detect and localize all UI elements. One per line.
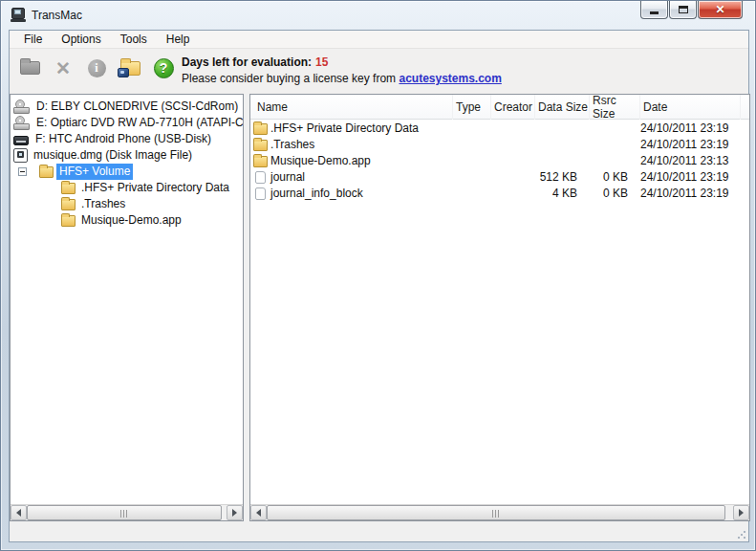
tree-item-drive-e[interactable]: E: Optiarc DVD RW AD-7710H (ATAPI-CdRom — [11, 115, 243, 131]
minimize-icon — [650, 11, 659, 14]
tree-item-trashes[interactable]: .Trashes — [11, 196, 243, 212]
collapse-icon[interactable] — [18, 167, 27, 176]
delete-icon: ✕ — [55, 59, 71, 77]
table-row[interactable]: .Trashes 24/10/2011 23:19 — [250, 137, 749, 153]
menu-tools[interactable]: Tools — [111, 31, 157, 48]
resize-grip[interactable] — [737, 530, 746, 540]
maximize-button[interactable] — [669, 1, 697, 19]
info-icon: i — [88, 59, 106, 77]
transmac-window: TransMac ✕ File Options Tools Help ✕ i ? — [0, 0, 756, 551]
help-icon: ? — [154, 58, 174, 78]
tree-item-hfs-volume[interactable]: HFS+ Volume — [11, 164, 243, 180]
folder-icon — [253, 156, 268, 167]
scroll-left-arrow-icon[interactable] — [250, 505, 267, 520]
file-icon — [255, 187, 266, 200]
tree-horizontal-scrollbar[interactable] — [11, 504, 243, 520]
toolbar: ✕ i ? Days left for evaluation:15 Please… — [10, 50, 748, 94]
disk-image-icon — [13, 148, 28, 163]
folder-icon — [61, 183, 76, 194]
minimize-button[interactable] — [640, 1, 668, 19]
scrollbar-thumb[interactable] — [27, 505, 222, 520]
file-list-panel: Name Type Creator Data Size Rsrc Size Da… — [249, 94, 750, 521]
statusbar — [10, 521, 748, 541]
folder-icon — [253, 140, 268, 151]
scroll-left-arrow-icon[interactable] — [11, 505, 27, 520]
file-icon — [255, 171, 266, 184]
folder-icon — [253, 123, 268, 135]
tree-item-disk-image[interactable]: musique.dmg (Disk Image File) — [11, 147, 243, 164]
eval-days-remaining: 15 — [315, 55, 328, 69]
evaluation-notice: Days left for evaluation:15 Please consi… — [182, 55, 502, 87]
eval-label: Days left for evaluation: — [182, 55, 312, 69]
drive-tree-panel: D: ELBY CLONEDRIVE (SCSI-CdRom) E: Optia… — [10, 94, 244, 521]
column-header-creator[interactable]: Creator — [491, 95, 535, 120]
table-row[interactable]: .HFS+ Private Directory Data 24/10/2011 … — [250, 121, 749, 137]
cdrom-drive-icon — [13, 99, 31, 114]
column-header-data-size[interactable]: Data Size — [535, 95, 590, 120]
table-row[interactable]: journal 512 KB 0 KB 24/10/2011 23:19 — [250, 169, 749, 186]
app-icon — [11, 8, 27, 23]
drive-tree: D: ELBY CLONEDRIVE (SCSI-CdRom) E: Optia… — [11, 95, 243, 504]
tree-item-musique-demo-app[interactable]: Musique-Demo.app — [11, 212, 243, 229]
titlebar[interactable]: TransMac ✕ — [1, 1, 755, 30]
menu-file[interactable]: File — [14, 31, 52, 48]
scrollbar-thumb[interactable] — [267, 505, 725, 520]
scroll-right-arrow-icon[interactable] — [227, 505, 243, 520]
column-header-date[interactable]: Date — [640, 95, 741, 120]
table-row[interactable]: Musique-Demo.app 24/10/2011 23:13 — [250, 153, 749, 169]
scroll-right-arrow-icon[interactable] — [733, 505, 749, 520]
file-list: .HFS+ Private Directory Data 24/10/2011 … — [250, 121, 749, 504]
help-button[interactable]: ? — [151, 56, 176, 79]
eval-message: Please consider buying a license key fro… — [182, 72, 399, 85]
menubar: File Options Tools Help — [10, 31, 748, 49]
open-folder-button[interactable] — [17, 56, 42, 79]
table-row[interactable]: journal_info_block 4 KB 0 KB 24/10/2011 … — [250, 186, 749, 202]
acutesystems-link[interactable]: acutesystems.com — [399, 72, 501, 85]
close-icon: ✕ — [699, 3, 742, 16]
maximize-icon — [679, 6, 688, 13]
column-header-rsrc-size[interactable]: Rsrc Size — [590, 95, 640, 120]
client-area: File Options Tools Help ✕ i ? Days left … — [9, 30, 749, 542]
file-list-horizontal-scrollbar[interactable] — [250, 504, 749, 520]
cdrom-drive-icon — [13, 116, 31, 130]
close-button[interactable]: ✕ — [698, 1, 743, 19]
column-header-type[interactable]: Type — [453, 95, 491, 120]
usb-disk-icon — [13, 133, 30, 146]
file-list-header: Name Type Creator Data Size Rsrc Size Da… — [250, 95, 749, 120]
column-header-name[interactable]: Name — [250, 95, 453, 120]
tree-item-drive-d[interactable]: D: ELBY CLONEDRIVE (SCSI-CdRom) — [11, 99, 243, 115]
open-disk-image-icon — [120, 61, 140, 76]
info-button[interactable]: i — [84, 56, 109, 79]
folder-icon — [39, 166, 54, 178]
open-folder-icon — [20, 61, 40, 75]
tree-item-hfs-private-dir[interactable]: .HFS+ Private Directory Data — [11, 180, 243, 196]
folder-icon — [61, 199, 76, 210]
open-disk-image-button[interactable] — [118, 56, 142, 79]
delete-button[interactable]: ✕ — [51, 56, 76, 79]
window-title: TransMac — [32, 9, 82, 22]
folder-icon — [61, 215, 76, 227]
tree-item-drive-f[interactable]: F: HTC Android Phone (USB-Disk) — [11, 131, 243, 147]
menu-help[interactable]: Help — [157, 31, 200, 48]
menu-options[interactable]: Options — [52, 31, 110, 48]
